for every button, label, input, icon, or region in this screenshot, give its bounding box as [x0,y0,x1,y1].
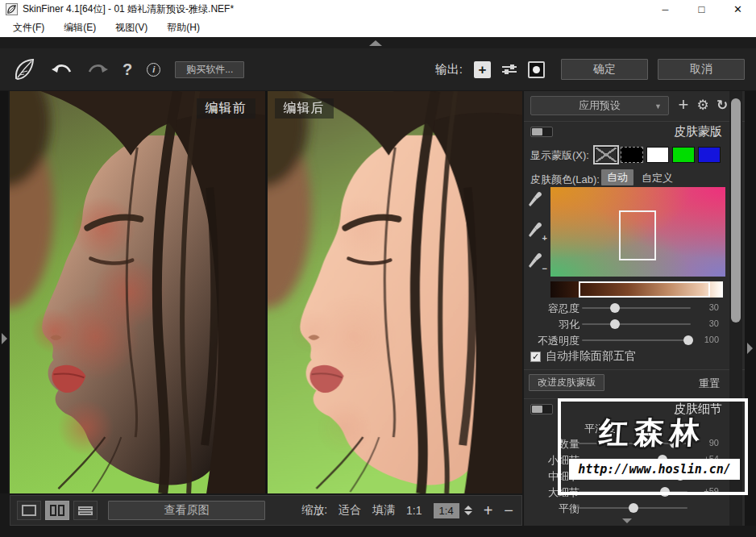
feather-label: 羽化 [515,318,579,332]
reset-button[interactable]: 重置 [699,377,720,391]
panel-scrollbar-thumb[interactable] [731,98,741,323]
exclude-features-label: 自动排除面部五官 [546,349,636,364]
before-image-pane[interactable]: 编辑前 [10,91,265,493]
output-label: 输出: [435,62,463,77]
help-icon[interactable]: ? [123,60,132,79]
menu-edit[interactable]: 编辑(E) [54,19,106,36]
skin-color-row: 皮肤颜色(Lab): 自动 自定义 [530,172,740,187]
collapse-up-icon[interactable] [369,40,382,46]
close-button[interactable]: ✕ [720,0,756,19]
undo-icon[interactable] [52,62,73,77]
feather-value: 30 [692,318,719,328]
zoom-1-1-button[interactable]: 1:1 [406,504,422,517]
balance-slider-thumb[interactable] [629,503,638,513]
after-photo [268,91,523,493]
dropdown-arrow-icon: ▼ [654,102,662,110]
feather-slider[interactable] [582,323,691,325]
tolerance-slider[interactable] [582,307,691,309]
zoom-out-icon[interactable]: − [504,502,513,518]
mask-swatch-black[interactable] [621,147,643,163]
single-view-button[interactable] [17,501,41,520]
skin-mask-section-header[interactable]: 皮肤蒙版 ▼ [524,121,745,142]
menu-view[interactable]: 视图(V) [106,19,157,36]
window-title: SkinFiner 4.1[64位] - 01 婚礼清新预设-雅绿.NEF* [23,2,234,16]
skin-mask-title: 皮肤蒙版 [674,124,722,139]
mask-swatch-blue[interactable] [698,147,721,163]
mask-swatch-green[interactable] [672,147,695,163]
eyedropper-subtract-icon[interactable]: − [526,251,547,272]
balance-slider[interactable] [579,507,687,509]
toolbar-collapse-strip [0,37,756,48]
balance-label: 平衡 [515,502,579,516]
horizontal-view-button[interactable] [73,501,98,520]
zoom-in-icon[interactable]: + [484,502,493,518]
lab-color-field[interactable] [550,187,725,277]
exclude-features-checkbox[interactable]: ✓ [530,352,541,362]
zoom-spinner[interactable] [464,506,472,515]
opacity-label: 不透明度 [515,334,579,348]
skin-color-label: 皮肤颜色(Lab): [530,173,600,185]
add-preset-icon[interactable]: + [674,94,693,115]
zoom-fill-button[interactable]: 填满 [372,503,395,518]
collapse-right-panel-icon[interactable] [747,343,753,354]
buy-software-button[interactable]: 购买软件... [175,61,244,78]
after-image-pane[interactable]: 编辑后 [268,91,523,493]
skin-mask-toggle[interactable] [530,127,553,137]
left-panel-collapse-strip [0,91,8,493]
skinfiner-logo-icon [11,56,37,82]
panel-scroll-down-icon[interactable] [622,518,632,523]
ok-button[interactable]: 确定 [561,59,648,80]
watermark-frame: 红森林 http://www.hoslin.cn/ [558,398,748,495]
opacity-slider[interactable] [582,339,691,341]
app-leaf-icon [6,3,18,15]
improve-mask-button[interactable]: 改进皮肤蒙版 [529,374,604,391]
eyedropper-add-icon[interactable]: + [526,220,547,241]
watermark-name: 红森林 [558,413,746,453]
mask-swatch-none[interactable] [595,147,617,163]
mask-swatch-white[interactable] [646,147,669,163]
color-field-selection[interactable] [619,210,656,260]
split-view-button[interactable] [45,501,69,520]
menu-bar: 文件(F) 编辑(E) 视图(V) 帮助(H) [0,19,756,37]
show-mask-label: 显示蒙版(X): [530,148,589,163]
status-bar: 查看原图 缩放: 适合 填满 1:1 1:4 + − [10,495,522,526]
after-label: 编辑后 [275,98,334,119]
eyedropper-icon[interactable] [526,189,547,210]
luminance-gradient-bar[interactable] [550,281,723,298]
view-original-button[interactable]: 查看原图 [108,501,265,520]
zoom-ratio-select[interactable]: 1:4 [434,503,459,518]
opacity-value: 100 [692,335,719,344]
cancel-button[interactable]: 取消 [658,59,745,80]
zoom-fit-button[interactable]: 适合 [339,503,361,518]
output-export-icon[interactable]: + [474,61,491,78]
opacity-slider-row: 不透明度 100 [524,332,745,348]
zoom-spinner-down-icon[interactable] [464,511,472,515]
expand-left-panel-icon[interactable] [2,333,7,344]
skin-color-custom-button[interactable]: 自定义 [642,171,673,185]
output-settings-icon[interactable] [501,60,518,78]
skin-color-auto-button[interactable]: 自动 [601,169,633,185]
preset-dropdown-label: 应用预设 [579,98,621,113]
exclude-features-checkbox-row[interactable]: ✓ 自动排除面部五官 [530,349,636,364]
tolerance-value: 30 [692,302,719,312]
luminance-selection[interactable] [579,281,710,298]
mask-swatch-row [595,147,724,164]
menu-file[interactable]: 文件(F) [3,19,54,36]
zoom-spinner-up-icon[interactable] [464,506,472,510]
tolerance-slider-thumb[interactable] [610,303,620,313]
divider [524,369,745,370]
maximize-button[interactable]: □ [683,0,720,19]
info-icon[interactable]: i [147,63,160,77]
watermark-url: http://www.hoslin.cn/ [569,459,740,480]
feather-slider-thumb[interactable] [610,319,620,329]
gear-icon[interactable]: ⚙ [693,94,712,115]
skin-detail-toggle[interactable] [530,404,553,414]
menu-help[interactable]: 帮助(H) [157,19,210,36]
output-preview-icon[interactable] [528,61,545,78]
main-toolbar: ? i 购买软件... 输出: + 确定 取消 [0,48,756,90]
redo-icon[interactable] [87,62,108,77]
preset-dropdown[interactable]: 应用预设 ▼ [530,96,669,115]
balance-slider-row: 平衡 [524,500,745,516]
tolerance-slider-row: 容忍度 30 [524,300,745,316]
minimize-button[interactable]: ─ [647,0,683,19]
